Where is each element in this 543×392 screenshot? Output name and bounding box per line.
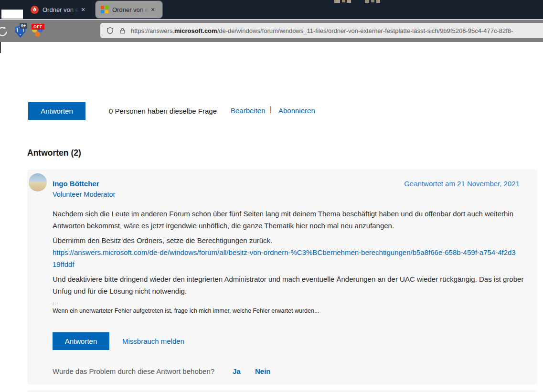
answer-date: Geantwortet am 21 November, 2021 [404, 180, 520, 188]
screen-artifact [347, 0, 351, 3]
answer-card: Ingo Böttcher Volunteer Moderator Geantw… [27, 170, 537, 384]
page-content: Antworten 0 Personen haben dieselbe Frag… [0, 42, 543, 392]
microsoft-logo-icon [101, 6, 108, 13]
screen-artifact [334, 0, 340, 3]
author-role: Volunteer Moderator [53, 191, 115, 198]
same-question-count: 0 Personen haben dieselbe Frage [109, 107, 217, 115]
signature-text: Wenn ein unerwarteter Fehler aufgetreten… [53, 307, 530, 315]
divider: | [270, 105, 272, 114]
next-answer-card-edge [27, 390, 537, 392]
lock-icon[interactable] [119, 27, 126, 35]
answers-heading: Antworten (2) [27, 148, 81, 158]
tab-forum-thread[interactable]: Ordner von exter × [24, 0, 96, 19]
url-bar[interactable]: https://answers.microsoft.com/de-de/wind… [100, 23, 543, 38]
answer-inline-link[interactable]: https://answers.microsoft.com/de-de/wind… [53, 246, 518, 270]
helpful-question-label: Wurde das Problem durch diese Antwort be… [53, 367, 214, 375]
browser-window: Ordner von exter × Ordner von exter × [0, 0, 543, 392]
reply-button[interactable]: Antworten [28, 102, 85, 120]
answer-paragraph: Nachdem sich die Leute im anderen Forum … [53, 208, 530, 232]
answer-body: Nachdem sich die Leute im anderen Forum … [53, 208, 530, 315]
tracking-protection-shield-icon[interactable] [106, 26, 114, 35]
avatar[interactable] [29, 173, 47, 191]
screen-artifact [371, 0, 374, 2]
background-window-artifact [1, 10, 23, 19]
answer-paragraph: Übernimm den Besitz des Ordners, setze d… [53, 234, 530, 246]
vote-no-link[interactable]: Nein [255, 367, 271, 375]
close-icon[interactable]: × [151, 6, 155, 13]
vote-yes-link[interactable]: Ja [233, 367, 241, 375]
reply-to-answer-button[interactable]: Antworten [53, 332, 109, 350]
screen-artifact [376, 0, 380, 3]
tab-title-fade [68, 5, 79, 14]
vdh-off-badge: OFF [32, 24, 44, 30]
author-name-link[interactable]: Ingo Böttcher [53, 180, 99, 188]
signature-separator: --- [53, 299, 530, 307]
screen-artifact [0, 42, 1, 53]
tab-title-fade [138, 5, 149, 14]
adblock-badge: 9+ [20, 23, 27, 29]
flame-favicon [31, 6, 39, 14]
screen-artifact [342, 0, 345, 2]
screen-artifact [365, 0, 369, 3]
edit-link[interactable]: Bearbeiten [231, 106, 266, 115]
tab-title: Ordner von exter [43, 5, 79, 14]
reload-icon[interactable] [0, 25, 9, 38]
vdh-orange-ball [35, 32, 40, 37]
answer-paragraph: Und deaktiviere bitte dringend wieder de… [53, 273, 530, 297]
tab-strip: Ordner von exter × Ordner von exter × [0, 0, 543, 19]
close-icon[interactable]: × [81, 6, 85, 13]
tab-title: Ordner von exter [112, 5, 149, 14]
subscribe-link[interactable]: Abonnieren [278, 106, 315, 115]
downloadhelper-extension-icon[interactable]: OFF [32, 24, 44, 39]
tab-microsoft-answers[interactable]: Ordner von exter × [96, 1, 162, 18]
url-text: https://answers.microsoft.com/de-de/wind… [131, 27, 513, 34]
report-abuse-link[interactable]: Missbrauch melden [122, 337, 184, 345]
browser-toolbar: 9+ OFF https://answers.microsoft.com/de-… [0, 19, 543, 42]
